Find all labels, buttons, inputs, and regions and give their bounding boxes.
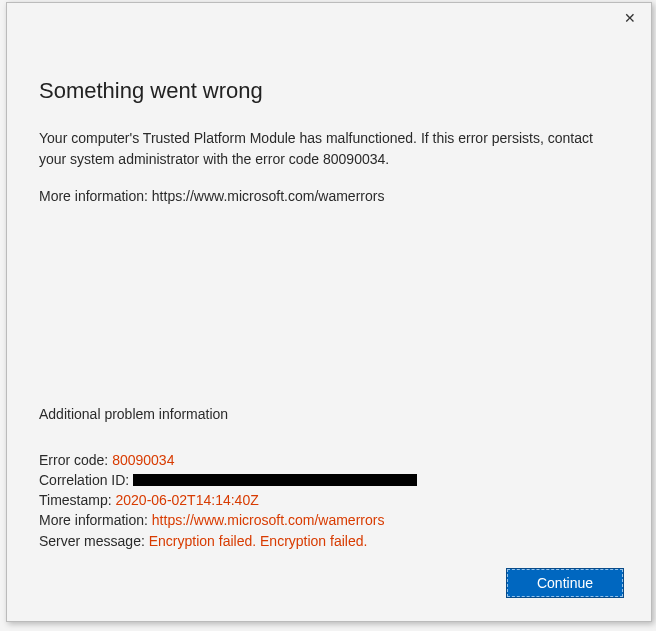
titlebar: ✕: [7, 3, 651, 33]
server-message-row: Server message: Encryption failed. Encry…: [39, 531, 619, 551]
server-message-label: Server message:: [39, 533, 149, 549]
more-info-top-label: More information:: [39, 188, 152, 204]
timestamp-value: 2020-06-02T14:14:40Z: [116, 492, 259, 508]
timestamp-row: Timestamp: 2020-06-02T14:14:40Z: [39, 490, 619, 510]
server-message-value: Encryption failed. Encryption failed.: [149, 533, 368, 549]
correlation-id-label: Correlation ID:: [39, 472, 133, 488]
more-info-top: More information: https://www.microsoft.…: [39, 186, 619, 207]
spacer: [39, 207, 619, 392]
close-button[interactable]: ✕: [609, 3, 651, 33]
error-code-label: Error code:: [39, 452, 112, 468]
correlation-id-redacted: [133, 474, 417, 486]
continue-button[interactable]: Continue: [507, 569, 623, 597]
more-info-top-url: https://www.microsoft.com/wamerrors: [152, 188, 385, 204]
error-details: Error code: 80090034 Correlation ID: Tim…: [39, 450, 619, 551]
error-code-value: 80090034: [112, 452, 174, 468]
button-row: Continue: [7, 551, 651, 621]
error-code-row: Error code: 80090034: [39, 450, 619, 470]
additional-info-heading: Additional problem information: [39, 406, 619, 422]
correlation-id-row: Correlation ID:: [39, 470, 619, 490]
close-icon: ✕: [624, 10, 636, 26]
more-info-row: More information: https://www.microsoft.…: [39, 510, 619, 530]
more-info-url[interactable]: https://www.microsoft.com/wamerrors: [152, 512, 385, 528]
error-description: Your computer's Trusted Platform Module …: [39, 128, 599, 170]
more-info-label: More information:: [39, 512, 152, 528]
timestamp-label: Timestamp:: [39, 492, 116, 508]
error-dialog: ✕ Something went wrong Your computer's T…: [6, 2, 652, 622]
dialog-content: Something went wrong Your computer's Tru…: [7, 33, 651, 551]
dialog-heading: Something went wrong: [39, 78, 619, 104]
